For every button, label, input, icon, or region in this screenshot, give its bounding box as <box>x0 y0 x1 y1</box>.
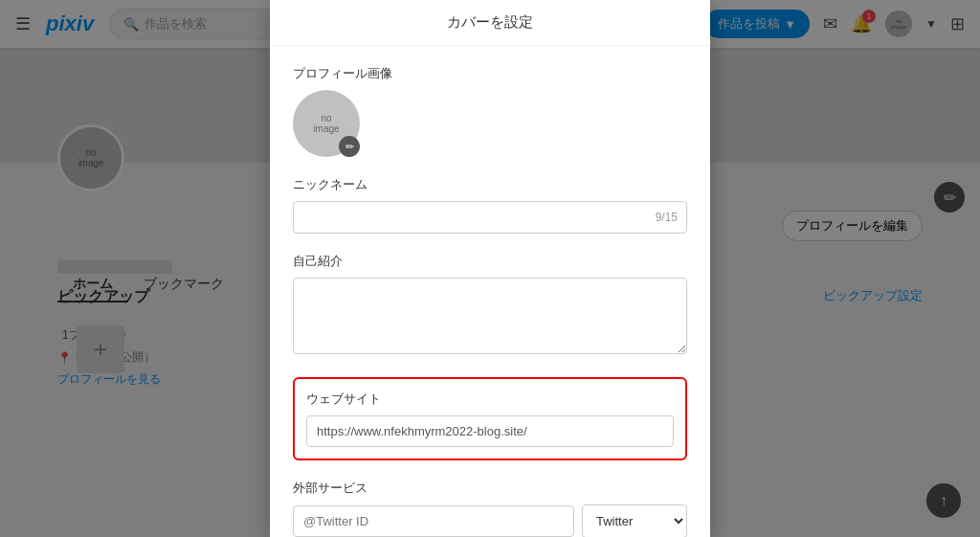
external-service-section: 外部サービス Twitter Instagram Facebook YouTub… <box>293 480 687 537</box>
profile-image-label: プロフィール画像 <box>293 65 687 82</box>
bio-label: 自己紹介 <box>293 253 687 270</box>
nickname-input-wrapper: 9/15 <box>293 201 687 234</box>
service-type-select[interactable]: Twitter Instagram Facebook YouTube <box>582 504 687 537</box>
modal-body: プロフィール画像 no image ✏ ニックネーム 9/15 自己紹介 <box>270 46 710 537</box>
profile-image-edit-button[interactable]: ✏ <box>339 136 360 157</box>
website-section: ウェブサイト <box>293 377 687 460</box>
external-service-row: Twitter Instagram Facebook YouTube <box>293 504 687 537</box>
twitter-id-input[interactable] <box>293 505 574 537</box>
bio-textarea[interactable] <box>293 278 687 354</box>
nickname-label: ニックネーム <box>293 176 687 193</box>
modal-title: カバーを設定 <box>270 0 710 46</box>
website-input[interactable] <box>306 415 674 447</box>
edit-profile-modal: カバーを設定 プロフィール画像 no image ✏ ニックネーム 9/15 <box>270 0 710 537</box>
nickname-section: ニックネーム 9/15 <box>293 176 687 234</box>
profile-image-wrapper: no image ✏ <box>293 90 360 157</box>
external-service-label: 外部サービス <box>293 480 687 497</box>
nickname-input[interactable] <box>293 201 687 234</box>
bio-section: 自己紹介 <box>293 253 687 358</box>
profile-image-section: プロフィール画像 no image ✏ <box>293 65 687 157</box>
nickname-counter: 9/15 <box>656 211 678 224</box>
website-label: ウェブサイト <box>306 391 674 408</box>
